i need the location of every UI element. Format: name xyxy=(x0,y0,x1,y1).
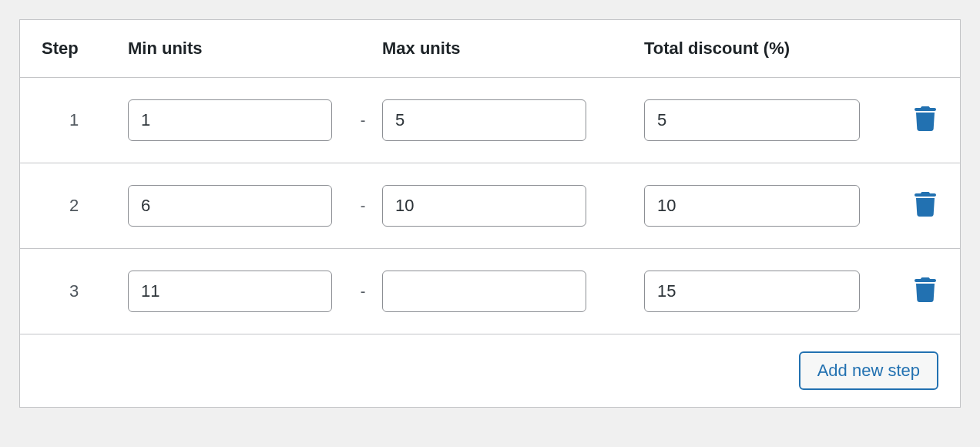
delete-row-button[interactable] xyxy=(891,106,960,134)
min-units-input[interactable] xyxy=(128,99,332,141)
trash-icon xyxy=(915,277,936,305)
step-number: 1 xyxy=(20,110,128,130)
range-separator: - xyxy=(344,283,382,301)
table-row: 3 - xyxy=(20,249,960,334)
trash-icon xyxy=(915,192,936,220)
step-number: 2 xyxy=(20,196,128,216)
delete-row-button[interactable] xyxy=(891,192,960,220)
discount-input[interactable] xyxy=(644,99,860,141)
max-units-input[interactable] xyxy=(382,271,586,312)
min-units-input[interactable] xyxy=(128,271,332,312)
header-min-units: Min units xyxy=(128,39,344,59)
discount-input[interactable] xyxy=(644,185,860,227)
discount-input[interactable] xyxy=(644,271,860,312)
min-units-input[interactable] xyxy=(128,185,332,227)
delete-row-button[interactable] xyxy=(891,277,960,305)
table-header: Step Min units Max units Total discount … xyxy=(20,20,960,78)
max-units-input[interactable] xyxy=(382,99,586,141)
discount-steps-table: Step Min units Max units Total discount … xyxy=(19,19,961,408)
range-separator: - xyxy=(344,197,382,215)
header-max-units: Max units xyxy=(382,39,644,59)
table-footer: Add new step xyxy=(20,334,960,407)
range-separator: - xyxy=(344,112,382,129)
step-number: 3 xyxy=(20,281,128,301)
max-units-input[interactable] xyxy=(382,185,586,227)
header-total-discount: Total discount (%) xyxy=(644,39,891,59)
table-row: 2 - xyxy=(20,163,960,249)
header-step: Step xyxy=(20,39,128,59)
table-row: 1 - xyxy=(20,78,960,163)
add-new-step-button[interactable]: Add new step xyxy=(799,351,938,390)
trash-icon xyxy=(915,106,936,134)
